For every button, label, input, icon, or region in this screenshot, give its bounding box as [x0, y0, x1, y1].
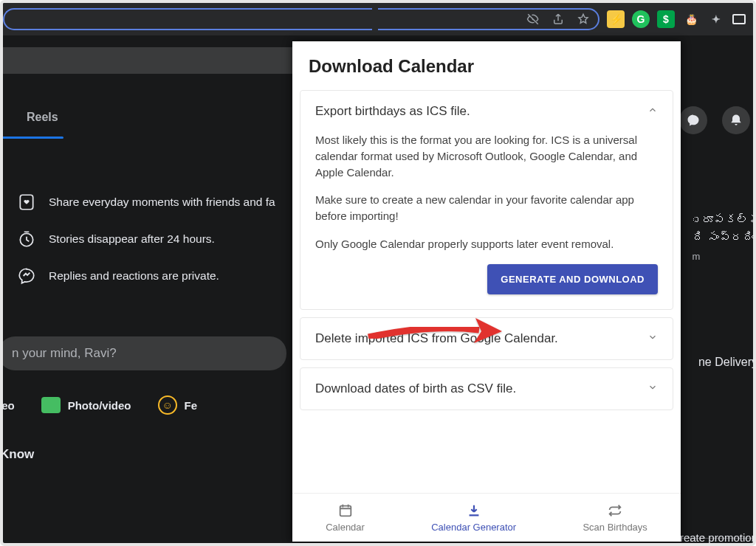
svg-rect-2 — [340, 506, 351, 516]
telugu-text: ు రూపకల్ప ది సంప్రదిం m — [693, 211, 756, 264]
card-header-text: Delete imported ICS from Google Calendar… — [315, 331, 558, 346]
extension-icons: ⚡ G $ 🎂 ✦ — [599, 10, 753, 28]
nav-scan-birthdays[interactable]: Scan Birthdays — [583, 502, 647, 533]
download-calendar-panel: Download Calendar Export birthdays as IC… — [292, 41, 681, 542]
tip-text: Replies and reactions are private. — [49, 269, 219, 283]
p1: Most likely this is the format you are l… — [315, 132, 658, 180]
browser-toolbar: ⚡ G $ 🎂 ✦ — [3, 3, 753, 35]
chevron-down-icon — [647, 381, 658, 396]
feeling-icon: ☺ — [158, 395, 177, 415]
nav-label: Scan Birthdays — [583, 522, 647, 533]
window-icon[interactable] — [732, 14, 746, 24]
card-header-delete-ics[interactable]: Delete imported ICS from Google Calendar… — [300, 318, 673, 359]
tab-reels[interactable]: Reels — [0, 111, 85, 124]
composer-text: n your mind, Ravi? — [12, 346, 117, 361]
nav-label: Calendar Generator — [431, 522, 516, 533]
photo-icon — [41, 397, 61, 413]
omnibox[interactable] — [3, 8, 372, 30]
bottom-nav: Calendar Calendar Generator Scan Birthda… — [292, 493, 681, 542]
generate-download-button[interactable]: GENERATE AND DOWNLOAD — [487, 264, 658, 294]
card-header-export-ics[interactable]: Export birthdays as ICS file. — [300, 91, 673, 132]
nav-calendar-generator[interactable]: Calendar Generator — [431, 502, 516, 533]
composer[interactable]: n your mind, Ravi? — [0, 336, 286, 370]
calendar-icon — [337, 502, 354, 519]
extension-birthday-icon[interactable]: 🎂 — [682, 10, 700, 28]
nav-calendar[interactable]: Calendar — [326, 502, 365, 533]
p3: Only Google Calendar properly supports l… — [315, 236, 658, 252]
extensions-menu-icon[interactable]: ✦ — [707, 10, 725, 28]
panel-body: Export birthdays as ICS file. Most likel… — [292, 90, 681, 493]
viewport: ⚡ G $ 🎂 ✦ k Reels Share everyday moments… — [0, 0, 756, 546]
download-icon — [466, 502, 482, 519]
timer-icon — [16, 229, 37, 249]
repeat-icon — [607, 502, 623, 519]
option-feeling[interactable]: ☺Fe — [158, 395, 198, 415]
extension-grammarly-icon[interactable]: G — [632, 10, 650, 28]
chevron-down-icon — [647, 331, 658, 346]
card-header-text: Download dates of birth as CSV file. — [315, 381, 516, 396]
card-delete-ics: Delete imported ICS from Google Calendar… — [300, 317, 673, 360]
card-header-text: Export birthdays as ICS file. — [315, 104, 470, 119]
eye-off-icon[interactable] — [526, 12, 540, 27]
panel-title: Download Calendar — [292, 41, 681, 90]
messenger-icon — [16, 266, 37, 286]
star-icon[interactable] — [576, 12, 591, 27]
tip-text: Share everyday moments with friends and … — [49, 196, 275, 209]
tab-indicator — [0, 136, 63, 139]
delivery-text: ne Delivery — [698, 356, 756, 369]
nav-label: Calendar — [326, 522, 365, 533]
extension-flash-icon[interactable]: ⚡ — [607, 10, 625, 28]
share-icon[interactable] — [551, 12, 566, 27]
option-photo[interactable]: Photo/video — [41, 397, 131, 413]
fb-top-right — [679, 106, 750, 134]
opt-text: Fe — [185, 399, 198, 412]
card-export-ics: Export birthdays as ICS file. Most likel… — [300, 90, 673, 310]
messenger-button[interactable] — [679, 106, 707, 134]
tip-text: Stories disappear after 24 hours. — [49, 232, 215, 246]
extension-cash-icon[interactable]: $ — [657, 10, 675, 28]
card-body-export-ics: Most likely this is the format you are l… — [300, 132, 673, 309]
card-header-download-csv[interactable]: Download dates of birth as CSV file. — [300, 368, 673, 410]
notifications-button[interactable] — [722, 106, 750, 134]
p2: Make sure to create a new calendar in yo… — [315, 192, 658, 224]
opt-text: Photo/video — [68, 399, 131, 412]
chevron-up-icon — [647, 104, 658, 119]
opt-text: leo — [0, 399, 15, 412]
card-download-csv: Download dates of birth as CSV file. — [300, 367, 673, 410]
option-video[interactable]: leo — [0, 399, 15, 412]
omnibox-actions — [378, 8, 599, 30]
card-heart-icon — [16, 192, 37, 212]
